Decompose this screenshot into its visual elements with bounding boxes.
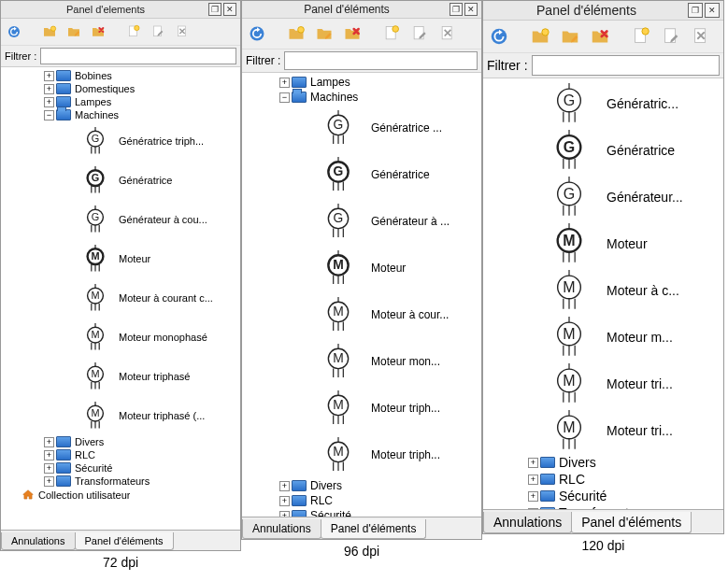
edit-folder-button[interactable]	[558, 24, 582, 49]
element-item[interactable]: M Moteur	[242, 245, 481, 291]
folder-node[interactable]: + Lampes	[1, 95, 240, 108]
expand-icon[interactable]: +	[279, 481, 290, 491]
new-folder-button[interactable]	[528, 24, 552, 49]
filter-input[interactable]	[284, 51, 478, 70]
delete-folder-button[interactable]	[89, 22, 107, 41]
expand-icon[interactable]: +	[279, 511, 290, 517]
reload-button[interactable]	[246, 22, 268, 45]
element-item[interactable]: M Moteur tri...	[483, 407, 723, 454]
expand-icon[interactable]: +	[44, 97, 54, 107]
edit-element-button[interactable]	[149, 22, 167, 41]
element-item[interactable]: M Moteur triphasé (...	[1, 396, 240, 435]
folder-node[interactable]: + Sécurité	[1, 461, 240, 475]
expand-icon[interactable]: +	[528, 475, 538, 485]
edit-folder-button[interactable]	[64, 22, 83, 41]
element-tree[interactable]: G Génératric... G Génératrice G Générate…	[483, 78, 723, 509]
folder-node[interactable]: + RLC	[1, 448, 240, 461]
element-item[interactable]: M Moteur à cour...	[242, 291, 481, 338]
folder-node[interactable]: + Domestiques	[1, 82, 240, 95]
element-tree[interactable]: + Lampes − Machines G Génératrice ... G …	[242, 72, 481, 517]
folder-node[interactable]: + Sécurité	[242, 508, 481, 517]
folder-node-machines[interactable]: − Machines	[1, 108, 240, 121]
restore-button[interactable]: ❐	[688, 3, 703, 18]
element-tree[interactable]: + Bobines + Domestiques + Lampes − Machi…	[1, 66, 240, 530]
element-item[interactable]: M Moteur triph...	[242, 432, 481, 478]
expand-icon[interactable]: +	[44, 463, 54, 474]
delete-element-button[interactable]	[173, 22, 192, 41]
new-folder-button[interactable]	[285, 22, 307, 45]
new-element-button[interactable]	[380, 22, 403, 45]
reload-button[interactable]	[5, 22, 23, 41]
tab-annulations[interactable]: Annulations	[483, 512, 572, 533]
tab-elements[interactable]: Panel d'éléments	[321, 519, 427, 539]
tab-elements[interactable]: Panel d'éléments	[75, 532, 174, 550]
expand-icon[interactable]: +	[528, 491, 538, 502]
folder-node[interactable]: + Transformateurs	[483, 504, 723, 509]
element-item[interactable]: M Moteur triph...	[242, 385, 481, 432]
expand-icon[interactable]: +	[44, 71, 54, 81]
delete-folder-button[interactable]	[341, 22, 364, 45]
element-item[interactable]: G Génératrice	[483, 127, 723, 174]
expand-icon[interactable]: +	[44, 476, 54, 487]
tab-elements[interactable]: Panel d'éléments	[571, 512, 692, 533]
delete-element-button[interactable]	[689, 24, 713, 49]
edit-folder-button[interactable]	[313, 22, 335, 45]
element-item[interactable]: G Générateur à ...	[242, 198, 481, 245]
element-item[interactable]: M Moteur	[483, 220, 723, 267]
delete-element-button[interactable]	[436, 22, 459, 45]
folder-node[interactable]: + RLC	[483, 471, 723, 488]
expand-icon[interactable]: +	[528, 508, 538, 510]
folder-node[interactable]: + Divers	[483, 454, 723, 471]
user-collection-node[interactable]: Collection utilisateur	[1, 488, 240, 503]
edit-element-button[interactable]	[408, 22, 431, 45]
element-item[interactable]: M Moteur mon...	[242, 338, 481, 385]
folder-node[interactable]: + Transformateurs	[1, 475, 240, 488]
folder-node[interactable]: + Divers	[242, 478, 481, 493]
folder-node[interactable]: + Bobines	[1, 69, 240, 82]
element-item[interactable]: M Moteur à c...	[483, 267, 723, 314]
element-item[interactable]: G Génératrice ...	[242, 105, 481, 151]
folder-node[interactable]: + Sécurité	[483, 488, 723, 504]
new-element-button[interactable]	[629, 24, 653, 49]
element-item[interactable]: M Moteur tri...	[483, 361, 723, 407]
element-item[interactable]: G Génératrice	[1, 161, 240, 200]
element-item[interactable]: G Génératrice	[242, 151, 481, 198]
restore-button[interactable]: ❐	[208, 3, 221, 16]
expand-icon[interactable]: +	[44, 437, 54, 447]
element-item[interactable]: M Moteur monophasé	[1, 318, 240, 357]
element-item[interactable]: G Générateur...	[483, 174, 723, 220]
element-item[interactable]: M Moteur triphasé	[1, 357, 240, 396]
collapse-icon[interactable]: −	[44, 110, 54, 120]
folder-node[interactable]: + Lampes	[242, 75, 481, 90]
new-folder-button[interactable]	[40, 22, 59, 41]
edit-element-button[interactable]	[659, 24, 683, 49]
element-item[interactable]: M Moteur à courant c...	[1, 278, 240, 318]
folder-node-machines[interactable]: − Machines	[242, 90, 481, 105]
folder-node[interactable]: + RLC	[242, 493, 481, 508]
expand-icon[interactable]: +	[44, 450, 54, 461]
filter-input[interactable]	[40, 48, 236, 64]
tab-annulations[interactable]: Annulations	[1, 532, 76, 550]
expand-icon[interactable]: +	[279, 78, 290, 88]
expand-icon[interactable]: +	[528, 458, 538, 468]
restore-button[interactable]: ❐	[450, 3, 463, 16]
tab-annulations[interactable]: Annulations	[242, 519, 321, 539]
element-item[interactable]: M Moteur	[1, 239, 240, 278]
close-button[interactable]: ✕	[705, 3, 720, 18]
element-item[interactable]: G Génératrice triph...	[1, 121, 240, 161]
delete-folder-button[interactable]	[588, 24, 612, 49]
expand-icon[interactable]: +	[44, 84, 54, 94]
folder-icon	[292, 480, 307, 491]
element-label: Génératrice ...	[371, 121, 442, 135]
element-item[interactable]: M Moteur m...	[483, 314, 723, 361]
close-button[interactable]: ✕	[464, 3, 478, 16]
expand-icon[interactable]: +	[279, 496, 290, 506]
reload-button[interactable]	[487, 24, 511, 49]
folder-node[interactable]: + Divers	[1, 435, 240, 448]
collapse-icon[interactable]: −	[279, 92, 290, 103]
new-element-button[interactable]	[124, 22, 143, 41]
filter-input[interactable]	[532, 55, 720, 76]
element-item[interactable]: G Génératric...	[483, 80, 723, 127]
close-button[interactable]: ✕	[223, 3, 236, 16]
element-item[interactable]: G Générateur à cou...	[1, 200, 240, 239]
